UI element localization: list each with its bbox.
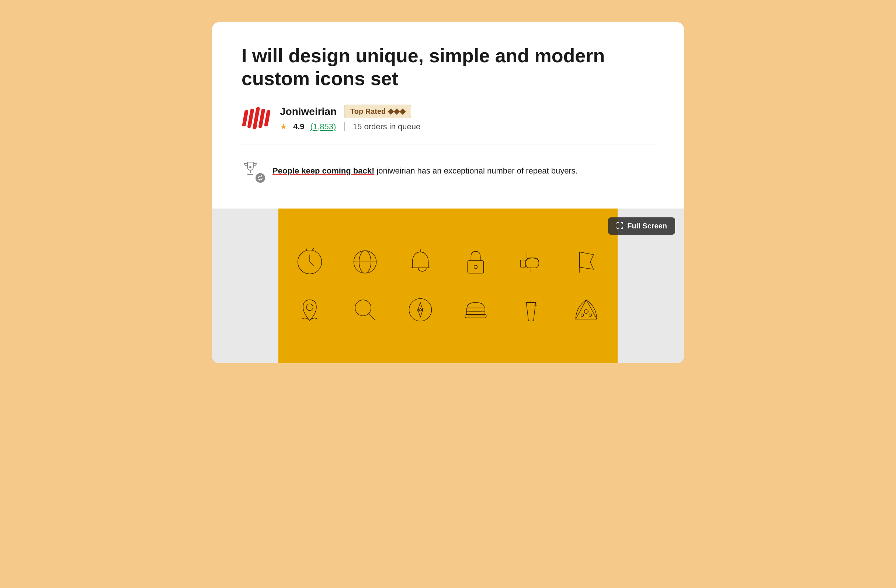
repeat-buyers-description: joniweirian has an exceptional number of… <box>374 166 578 175</box>
svg-line-17 <box>369 314 375 320</box>
trophy-icon-wrap <box>242 159 265 183</box>
vertical-divider-1 <box>344 122 345 131</box>
svg-point-8 <box>474 265 477 269</box>
map-pin-icon <box>293 293 326 327</box>
top-rated-text: Top Rated <box>350 107 386 116</box>
orders-in-queue: 15 orders in queue <box>353 122 421 132</box>
recycle-badge <box>256 173 265 183</box>
svg-point-15 <box>306 304 313 311</box>
avatar <box>242 103 271 133</box>
compass-icon <box>404 293 437 327</box>
mailbox-icon <box>514 245 547 278</box>
fullscreen-button[interactable]: ⛶ Full Screen <box>608 217 675 235</box>
avatar-stripes <box>243 107 269 129</box>
gig-card: I will design unique, simple and modern … <box>212 22 684 363</box>
top-rated-badge: Top Rated <box>344 105 411 118</box>
rating-count[interactable]: (1,853) <box>311 122 336 132</box>
repeat-buyers-text: People keep coming back! joniweirian has… <box>273 165 578 177</box>
rating-value: 4.9 <box>293 122 305 132</box>
card-top-section: I will design unique, simple and modern … <box>212 22 684 208</box>
diamond-icon-3 <box>400 108 406 115</box>
svg-rect-21 <box>466 308 485 312</box>
pizza-icon <box>570 293 603 327</box>
preview-yellow-bg <box>278 208 618 363</box>
trophy-icon <box>242 159 259 177</box>
svg-marker-20 <box>418 309 423 317</box>
svg-point-31 <box>589 314 591 316</box>
burger-icon <box>459 293 492 327</box>
svg-point-0 <box>250 167 251 168</box>
diamond-icon-2 <box>394 108 400 115</box>
svg-rect-10 <box>520 260 526 267</box>
section-divider <box>242 144 654 144</box>
drink-cup-icon <box>514 293 547 327</box>
svg-point-29 <box>584 310 588 313</box>
svg-rect-9 <box>526 258 539 268</box>
seller-name[interactable]: Joniweirian <box>280 106 337 117</box>
icons-row-1 <box>293 245 603 278</box>
gig-title: I will design unique, simple and modern … <box>242 44 654 90</box>
bell-icon <box>404 245 437 278</box>
preview-area: ⛶ Full Screen <box>212 208 684 363</box>
stripe-5 <box>264 110 271 126</box>
clock-icon <box>293 245 326 278</box>
flag-icon <box>570 245 603 278</box>
svg-rect-7 <box>468 260 483 273</box>
repeat-buyers-row: People keep coming back! joniweirian has… <box>242 155 654 194</box>
diamond-icons <box>389 109 405 114</box>
repeat-buyers-bold: People keep coming back! <box>273 166 374 175</box>
seller-name-row: Joniweirian Top Rated <box>280 105 421 118</box>
seller-info: Joniweirian Top Rated ★ 4.9 (1,853) <box>280 105 421 132</box>
star-icon: ★ <box>280 122 287 132</box>
diamond-icon-1 <box>388 108 394 115</box>
icons-row-2 <box>293 293 603 327</box>
svg-point-30 <box>581 314 584 316</box>
seller-stats-row: ★ 4.9 (1,853) 15 orders in queue <box>280 122 421 132</box>
globe-icon <box>349 245 382 278</box>
expand-icon: ⛶ <box>616 222 623 230</box>
svg-point-16 <box>355 300 371 316</box>
svg-marker-19 <box>418 302 423 311</box>
seller-row: Joniweirian Top Rated ★ 4.9 (1,853) <box>242 103 654 133</box>
search-icon <box>349 293 382 327</box>
lock-icon <box>459 245 492 278</box>
fullscreen-label: Full Screen <box>627 222 667 230</box>
